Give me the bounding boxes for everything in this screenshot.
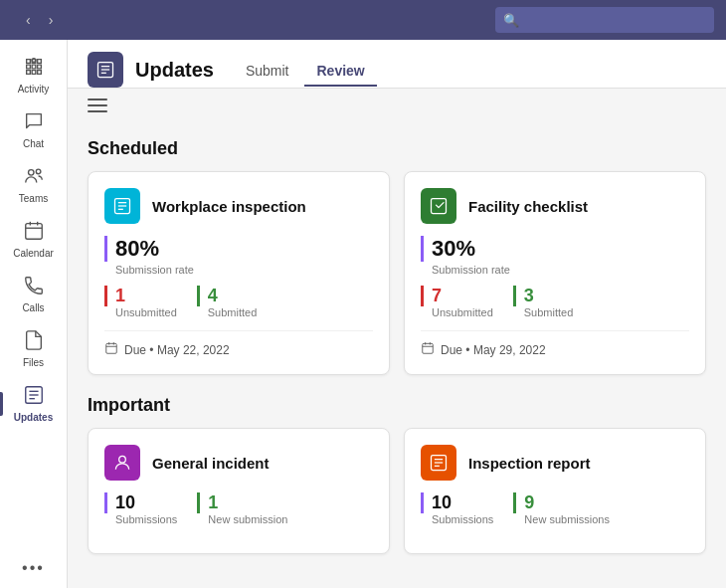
calls-icon <box>23 275 45 299</box>
facility-card-title: Facility checklist <box>468 198 588 215</box>
workplace-inspection-card: Workplace inspection 80% Submission rate… <box>88 171 390 375</box>
inspection-report-card: Inspection report 10 Submissions 9 New s… <box>404 428 706 554</box>
facility-stats-row: 7 Unsubmitted 3 Submitted <box>421 286 689 318</box>
page-header: Updates Submit Review <box>68 40 726 88</box>
svg-point-1 <box>28 170 34 176</box>
hamburger-button[interactable] <box>88 98 107 112</box>
hamburger-line-2 <box>88 104 107 106</box>
facility-unsubmitted-number: 7 <box>421 286 493 306</box>
workplace-submitted: 4 Submitted <box>197 286 258 318</box>
updates-icon <box>23 384 45 409</box>
forward-arrow[interactable]: › <box>43 10 60 30</box>
hamburger-area <box>68 89 726 122</box>
general-submissions-number: 10 <box>104 492 177 513</box>
search-icon: 🔍 <box>503 13 519 28</box>
hamburger-line-1 <box>88 98 107 100</box>
workplace-rate-label: Submission rate <box>115 264 373 276</box>
inspection-submissions-label: Submissions <box>432 513 493 525</box>
sidebar-item-activity[interactable]: Activity <box>0 48 67 102</box>
svg-rect-23 <box>432 199 447 214</box>
sidebar-item-calendar[interactable]: Calendar <box>0 212 67 267</box>
workplace-unsubmitted-number: 1 <box>104 286 177 306</box>
facility-card-icon <box>421 188 456 224</box>
general-new-submission: 1 New submission <box>197 492 287 525</box>
general-submissions-label: Submissions <box>115 513 177 525</box>
top-bar: ‹ › 🔍 <box>0 0 726 40</box>
calls-label: Calls <box>22 302 44 313</box>
svg-point-2 <box>36 169 41 174</box>
tab-review[interactable]: Review <box>304 57 376 87</box>
scroll-content: Scheduled Workplace inspection 80% Submi… <box>68 122 726 588</box>
svg-point-28 <box>119 456 126 463</box>
workplace-card-icon <box>104 188 140 224</box>
sidebar-item-files[interactable]: Files <box>0 321 67 376</box>
important-cards-grid: General incident 10 Submissions 1 New su… <box>88 428 706 554</box>
sidebar-item-updates[interactable]: Updates <box>0 376 67 431</box>
general-new-submission-number: 1 <box>197 492 287 513</box>
back-arrow[interactable]: ‹ <box>20 10 37 30</box>
inspection-card-icon <box>421 445 456 481</box>
general-card-icon <box>104 445 140 481</box>
svg-rect-3 <box>25 224 42 240</box>
facility-unsubmitted: 7 Unsubmitted <box>421 286 493 318</box>
facility-unsubmitted-label: Unsubmitted <box>432 306 493 318</box>
inspection-stats-row: 10 Submissions 9 New submissions <box>421 492 689 525</box>
general-new-submission-label: New submission <box>208 513 287 525</box>
inspection-new-submissions-label: New submissions <box>524 513 610 525</box>
facility-rate-label: Submission rate <box>432 264 689 276</box>
inspection-card-header: Inspection report <box>421 445 689 481</box>
workplace-unsubmitted: 1 Unsubmitted <box>104 286 177 318</box>
sidebar-item-teams[interactable]: Teams <box>0 157 67 212</box>
sidebar-item-calls[interactable]: Calls <box>0 267 67 321</box>
important-heading: Important <box>88 395 706 416</box>
page-app-icon <box>88 52 123 88</box>
inspection-card-title: Inspection report <box>468 455 591 472</box>
workplace-card-header: Workplace inspection <box>104 188 373 224</box>
updates-label: Updates <box>14 412 53 423</box>
sidebar-item-chat[interactable]: Chat <box>0 102 67 157</box>
hamburger-line-3 <box>88 110 107 112</box>
files-icon <box>23 329 45 354</box>
workplace-rate: 80% <box>104 236 373 262</box>
facility-submitted: 3 Submitted <box>513 286 574 318</box>
files-label: Files <box>23 357 44 368</box>
general-incident-card: General incident 10 Submissions 1 New su… <box>88 428 390 554</box>
facility-submitted-label: Submitted <box>524 306 574 318</box>
calendar-label: Calendar <box>13 248 54 259</box>
svg-rect-24 <box>423 343 434 353</box>
sidebar: Activity Chat Teams Calendar Calls <box>0 40 68 588</box>
workplace-stats-row: 1 Unsubmitted 4 Submitted <box>104 286 373 318</box>
search-bar[interactable]: 🔍 <box>495 7 714 33</box>
workplace-submitted-number: 4 <box>197 286 258 306</box>
facility-due-text: Due • May 29, 2022 <box>441 343 546 357</box>
inspection-new-submissions: 9 New submissions <box>513 492 610 525</box>
chat-icon <box>23 110 45 135</box>
tab-navigation: Submit Review <box>234 55 377 85</box>
svg-point-0 <box>32 59 36 63</box>
workplace-submitted-label: Submitted <box>208 306 258 318</box>
general-card-header: General incident <box>104 445 373 481</box>
chat-label: Chat <box>23 138 44 149</box>
tab-submit[interactable]: Submit <box>234 57 301 87</box>
nav-arrows: ‹ › <box>20 10 59 30</box>
teams-icon <box>23 165 45 190</box>
workplace-card-title: Workplace inspection <box>152 198 306 215</box>
facility-submitted-number: 3 <box>513 286 574 306</box>
facility-rate: 30% <box>421 236 689 262</box>
general-submissions: 10 Submissions <box>104 492 177 525</box>
general-stats-row: 10 Submissions 1 New submission <box>104 492 373 525</box>
facility-due: Due • May 29, 2022 <box>421 330 689 358</box>
general-card-title: General incident <box>152 455 270 472</box>
sidebar-more[interactable]: ••• <box>0 552 67 588</box>
facility-card-header: Facility checklist <box>421 188 689 224</box>
workplace-unsubmitted-label: Unsubmitted <box>115 306 177 318</box>
scheduled-cards-grid: Workplace inspection 80% Submission rate… <box>88 171 706 375</box>
calendar-icon-sidebar <box>23 220 45 245</box>
activity-icon <box>23 56 45 81</box>
workplace-due: Due • May 22, 2022 <box>104 330 373 358</box>
facility-calendar-icon <box>421 341 435 358</box>
inspection-submissions: 10 Submissions <box>421 492 493 525</box>
page-title: Updates <box>135 59 214 82</box>
inspection-submissions-number: 10 <box>421 492 493 513</box>
main-layout: Activity Chat Teams Calendar Calls <box>0 40 726 588</box>
